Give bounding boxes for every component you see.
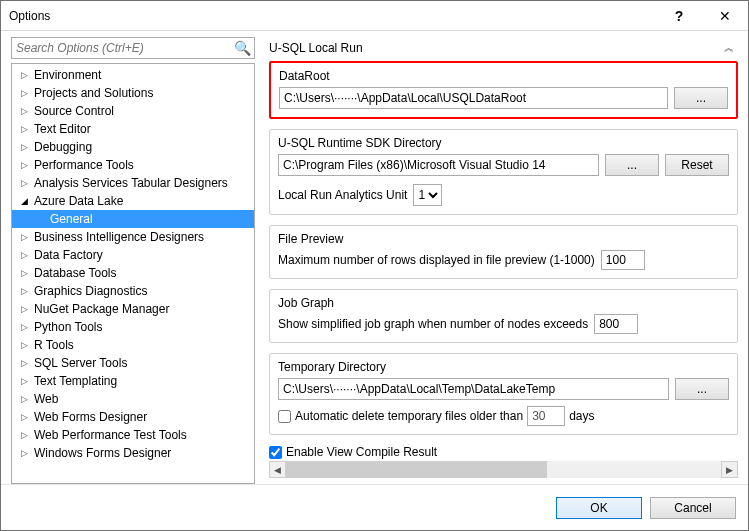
tree-item-label: Python Tools <box>30 320 103 334</box>
runtime-group: U-SQL Runtime SDK Directory ... Reset Lo… <box>269 129 738 215</box>
tree-item-label: R Tools <box>30 338 74 352</box>
tree-item-text-templating[interactable]: ▷Text Templating <box>12 372 254 390</box>
tree-item-database-tools[interactable]: ▷Database Tools <box>12 264 254 282</box>
titlebar: Options ? ✕ <box>1 1 748 31</box>
temp-dir-title: Temporary Directory <box>278 360 729 374</box>
analytics-unit-select[interactable]: 1 <box>413 184 442 206</box>
analytics-unit-label: Local Run Analytics Unit <box>278 188 407 202</box>
tree-item-web-forms-designer[interactable]: ▷Web Forms Designer <box>12 408 254 426</box>
auto-delete-label-post: days <box>569 409 594 423</box>
tree-item-data-factory[interactable]: ▷Data Factory <box>12 246 254 264</box>
tree-item-business-intelligence-designers[interactable]: ▷Business Intelligence Designers <box>12 228 254 246</box>
tree-item-environment[interactable]: ▷Environment <box>12 66 254 84</box>
chevron-right-icon[interactable]: ▷ <box>18 376 30 386</box>
tree-item-debugging[interactable]: ▷Debugging <box>12 138 254 156</box>
chevron-right-icon[interactable]: ▷ <box>18 394 30 404</box>
tree-item-azure-data-lake[interactable]: ◢Azure Data Lake <box>12 192 254 210</box>
options-tree[interactable]: ▷Environment▷Projects and Solutions▷Sour… <box>11 63 255 484</box>
tree-item-label: Azure Data Lake <box>30 194 123 208</box>
tree-item-label: Business Intelligence Designers <box>30 230 204 244</box>
tree-item-label: Data Factory <box>30 248 103 262</box>
chevron-right-icon[interactable]: ▷ <box>18 412 30 422</box>
dataroot-browse-button[interactable]: ... <box>674 87 728 109</box>
file-preview-title: File Preview <box>278 232 729 246</box>
scroll-track[interactable] <box>286 461 721 478</box>
tree-item-sql-server-tools[interactable]: ▷SQL Server Tools <box>12 354 254 372</box>
preview-rows-input[interactable] <box>601 250 645 270</box>
tree-item-projects-and-solutions[interactable]: ▷Projects and Solutions <box>12 84 254 102</box>
scroll-thumb[interactable] <box>286 461 547 478</box>
tree-item-windows-forms-designer[interactable]: ▷Windows Forms Designer <box>12 444 254 462</box>
section-header[interactable]: U-SQL Local Run ︽ <box>269 39 738 57</box>
chevron-right-icon[interactable]: ▷ <box>18 160 30 170</box>
job-graph-input[interactable] <box>594 314 638 334</box>
chevron-right-icon[interactable]: ▷ <box>18 178 30 188</box>
tree-item-text-editor[interactable]: ▷Text Editor <box>12 120 254 138</box>
chevron-right-icon[interactable]: ▷ <box>18 340 30 350</box>
dataroot-input[interactable] <box>279 87 668 109</box>
chevron-down-icon[interactable]: ◢ <box>18 196 30 206</box>
tree-item-r-tools[interactable]: ▷R Tools <box>12 336 254 354</box>
runtime-reset-button[interactable]: Reset <box>665 154 729 176</box>
tree-item-label: Web <box>30 392 58 406</box>
tree-item-label: Performance Tools <box>30 158 134 172</box>
chevron-right-icon[interactable]: ▷ <box>18 322 30 332</box>
tree-item-label: SQL Server Tools <box>30 356 127 370</box>
tree-item-label: Graphics Diagnostics <box>30 284 147 298</box>
chevron-right-icon[interactable]: ▷ <box>18 232 30 242</box>
tree-item-graphics-diagnostics[interactable]: ▷Graphics Diagnostics <box>12 282 254 300</box>
tree-item-web-performance-test-tools[interactable]: ▷Web Performance Test Tools <box>12 426 254 444</box>
tree-item-label: Windows Forms Designer <box>30 446 171 460</box>
tree-item-label: Web Forms Designer <box>30 410 147 424</box>
search-input[interactable] <box>11 37 255 59</box>
search-box: 🔍 <box>11 37 255 59</box>
options-dialog: Options ? ✕ 🔍 ▷Environment▷Projects and … <box>0 0 749 531</box>
tree-item-analysis-services-tabular-designers[interactable]: ▷Analysis Services Tabular Designers <box>12 174 254 192</box>
auto-delete-days-input[interactable] <box>527 406 565 426</box>
chevron-right-icon[interactable]: ▷ <box>18 106 30 116</box>
runtime-browse-button[interactable]: ... <box>605 154 659 176</box>
scroll-left-icon[interactable]: ◀ <box>269 461 286 478</box>
temp-dir-input[interactable] <box>278 378 669 400</box>
chevron-right-icon[interactable]: ▷ <box>18 124 30 134</box>
dataroot-group: DataRoot ... <box>269 61 738 119</box>
job-graph-group: Job Graph Show simplified job graph when… <box>269 289 738 343</box>
scroll-right-icon[interactable]: ▶ <box>721 461 738 478</box>
chevron-right-icon[interactable]: ▷ <box>18 286 30 296</box>
tree-item-performance-tools[interactable]: ▷Performance Tools <box>12 156 254 174</box>
cancel-button[interactable]: Cancel <box>650 497 736 519</box>
tree-item-general[interactable]: General <box>12 210 254 228</box>
tree-item-label: Web Performance Test Tools <box>30 428 187 442</box>
enable-compile-checkbox[interactable] <box>269 446 282 459</box>
ok-button[interactable]: OK <box>556 497 642 519</box>
help-button[interactable]: ? <box>656 1 702 31</box>
chevron-right-icon[interactable]: ▷ <box>18 268 30 278</box>
tree-item-nuget-package-manager[interactable]: ▷NuGet Package Manager <box>12 300 254 318</box>
runtime-input[interactable] <box>278 154 599 176</box>
chevron-right-icon[interactable]: ▷ <box>18 70 30 80</box>
right-pane: U-SQL Local Run ︽ DataRoot ... U-SQL Run… <box>255 37 738 484</box>
chevron-right-icon[interactable]: ▷ <box>18 142 30 152</box>
enable-compile-label: Enable View Compile Result <box>286 445 437 459</box>
chevron-right-icon[interactable]: ▷ <box>18 304 30 314</box>
job-graph-title: Job Graph <box>278 296 729 310</box>
tree-item-label: Analysis Services Tabular Designers <box>30 176 228 190</box>
window-title: Options <box>9 9 656 23</box>
chevron-right-icon[interactable]: ▷ <box>18 88 30 98</box>
tree-item-label: General <box>46 212 254 226</box>
tree-item-python-tools[interactable]: ▷Python Tools <box>12 318 254 336</box>
chevron-right-icon[interactable]: ▷ <box>18 250 30 260</box>
settings-panel: U-SQL Local Run ︽ DataRoot ... U-SQL Run… <box>269 37 738 484</box>
temp-dir-browse-button[interactable]: ... <box>675 378 729 400</box>
horizontal-scrollbar[interactable]: ◀ ▶ <box>269 461 738 478</box>
temp-dir-group: Temporary Directory ... Automatic delete… <box>269 353 738 435</box>
auto-delete-checkbox[interactable] <box>278 410 291 423</box>
chevron-right-icon[interactable]: ▷ <box>18 358 30 368</box>
close-button[interactable]: ✕ <box>702 1 748 31</box>
tree-item-web[interactable]: ▷Web <box>12 390 254 408</box>
tree-item-source-control[interactable]: ▷Source Control <box>12 102 254 120</box>
chevron-right-icon[interactable]: ▷ <box>18 430 30 440</box>
tree-item-label: Text Editor <box>30 122 91 136</box>
tree-item-label: Environment <box>30 68 101 82</box>
chevron-right-icon[interactable]: ▷ <box>18 448 30 458</box>
